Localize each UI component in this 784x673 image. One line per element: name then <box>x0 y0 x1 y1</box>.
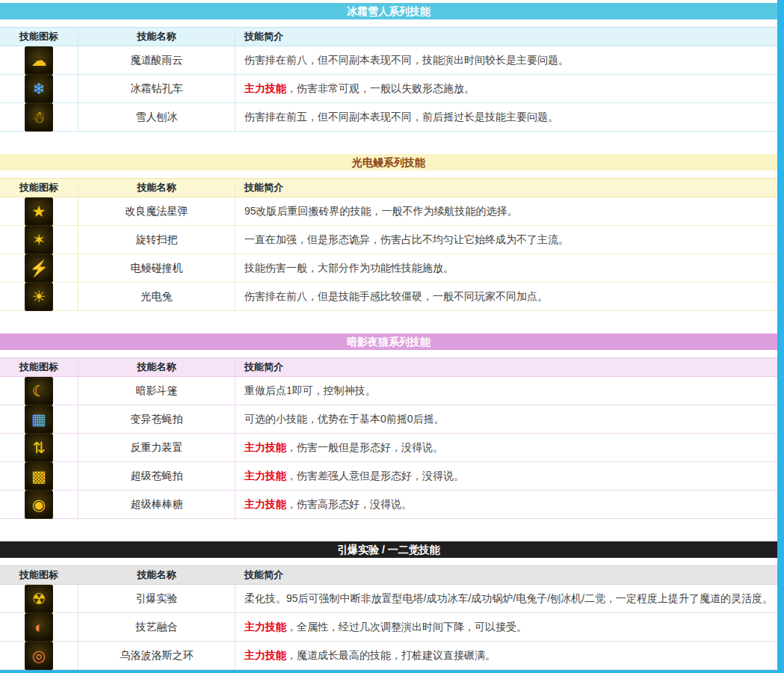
super-fly-swatter-icon: ▩ <box>25 462 53 491</box>
skill-name: 魔道酸雨云 <box>78 46 235 74</box>
skill-desc: 主力技能，魔道成长最高的技能，打桩建议直接碾满。 <box>235 642 777 669</box>
table-row: ❄ 冰霜钻孔车 主力技能，伤害非常可观，一般以失败形态施放。 <box>0 75 777 103</box>
table-row: ◉ 超级棒棒糖 主力技能，伤害高形态好，没得说。 <box>0 491 777 519</box>
table-row: ◎ 乌洛波洛斯之环 主力技能，魔道成长最高的技能，打桩建议直接碾满。 <box>0 642 777 670</box>
photon-bunny-icon: ☀ <box>25 283 53 311</box>
main-skill-tag: 主力技能 <box>244 649 286 661</box>
skill-desc: 可选的小技能，优势在于基本0前摇0后摇。 <box>235 405 777 433</box>
table-header-row: 技能图标 技能名称 技能简介 <box>0 178 777 197</box>
column-header-skill-icon: 技能图标 <box>0 358 78 376</box>
column-header-skill-name: 技能名称 <box>78 566 235 584</box>
table-row: ☢ 引爆实验 柔化技。95后可强制中断非放置型电塔/成功冰车/成功锅炉/电兔子/… <box>0 585 777 613</box>
column-header-skill-desc: 技能简介 <box>235 566 777 584</box>
table-row: ⚡ 电鳗碰撞机 技能伤害一般，大部分作为功能性技能施放。 <box>0 254 777 283</box>
table-row: ☾ 暗影斗篷 重做后点1即可，控制神技。 <box>0 377 777 405</box>
skill-name: 乌洛波洛斯之环 <box>78 642 235 669</box>
section-title: 冰霜雪人系列技能 <box>0 3 777 19</box>
skill-desc: 重做后点1即可，控制神技。 <box>235 377 777 405</box>
table-row: ◐ 技艺融合 主力技能，全属性，经过几次调整演出时间下降，可以接受。 <box>0 613 777 642</box>
eel-collider-icon: ⚡ <box>25 254 53 283</box>
table-header-row: 技能图标 技能名称 技能简介 <box>0 357 777 377</box>
column-header-skill-name: 技能名称 <box>78 28 235 46</box>
shadow-cloak-icon: ☾ <box>25 377 53 405</box>
column-header-skill-icon: 技能图标 <box>0 28 78 46</box>
section-title: 引爆实验 / 一二觉技能 <box>0 541 777 558</box>
table-header-row: 技能图标 技能名称 技能简介 <box>0 565 777 585</box>
main-skill-tag: 主力技能 <box>244 621 286 633</box>
skill-desc: 伤害排在前五，但不同副本表现不同，前后摇过长是技能主要问题。 <box>235 103 777 131</box>
skill-desc: 主力技能，伤害一般但是形态好，没得说。 <box>235 434 777 461</box>
table-row: ☃ 雪人刨冰 伤害排在前五，但不同副本表现不同，前后摇过长是技能主要问题。 <box>0 103 777 132</box>
skill-name: 引爆实验 <box>78 585 235 612</box>
skill-name: 电鳗碰撞机 <box>78 254 235 282</box>
frost-drill-car-icon: ❄ <box>25 75 53 103</box>
skill-name: 反重力装置 <box>78 434 235 461</box>
table-header-row: 技能图标 技能名称 技能简介 <box>0 27 777 46</box>
section-title: 光电鳗系列技能 <box>0 154 777 170</box>
main-skill-tag: 主力技能 <box>244 441 286 453</box>
acid-rain-cloud-icon: ☁ <box>25 46 53 75</box>
skill-desc: 主力技能，伤害非常可观，一般以失败形态施放。 <box>235 75 777 102</box>
skill-guide-page: 冰霜雪人系列技能 技能图标 技能名称 技能简介 ☁ 魔道酸雨云 伤害排在前八，但… <box>0 0 777 670</box>
snowman-shaved-ice-icon: ☃ <box>25 103 53 132</box>
column-header-skill-desc: 技能简介 <box>235 358 777 376</box>
skill-desc: 主力技能，伤害差强人意但是形态好，没得说。 <box>235 462 777 490</box>
spinning-broom-icon: ✶ <box>25 226 53 254</box>
main-skill-tag: 主力技能 <box>244 82 286 94</box>
table-row: ★ 改良魔法星弹 95改版后重回搬砖界的技能，一般不作为续航技能的选择。 <box>0 197 777 226</box>
column-header-skill-desc: 技能简介 <box>235 28 777 46</box>
skill-desc: 一直在加强，但是形态诡异，伤害占比不均匀让它始终成为不了主流。 <box>235 226 777 253</box>
skill-name: 超级苍蝇拍 <box>78 462 235 490</box>
table-row: ✶ 旋转扫把 一直在加强，但是形态诡异，伤害占比不均匀让它始终成为不了主流。 <box>0 226 777 254</box>
table-row: ☁ 魔道酸雨云 伤害排在前八，但不同副本表现不同，技能演出时间较长是主要问题。 <box>0 46 777 75</box>
table-row: ☀ 光电兔 伤害排在前八，但是技能手感比较僵硬，一般不同玩家不同加点。 <box>0 283 777 311</box>
skill-name: 技艺融合 <box>78 613 235 641</box>
skill-name: 超级棒棒糖 <box>78 491 235 518</box>
skill-desc: 主力技能，全属性，经过几次调整演出时间下降，可以接受。 <box>235 613 777 641</box>
section-title: 暗影夜猫系列技能 <box>0 334 777 350</box>
skill-name: 冰霜钻孔车 <box>78 75 235 102</box>
skill-desc: 技能伤害一般，大部分作为功能性技能施放。 <box>235 254 777 282</box>
super-lollipop-icon: ◉ <box>25 491 53 519</box>
section-awakening: 引爆实验 / 一二觉技能 技能图标 技能名称 技能简介 ☢ 引爆实验 柔化技。9… <box>0 541 777 670</box>
section-electric-eel: 光电鳗系列技能 技能图标 技能名称 技能简介 ★ 改良魔法星弹 95改版后重回搬… <box>0 154 777 311</box>
page-edge-strip-bottom <box>0 670 784 673</box>
mutant-fly-swatter-icon: ▦ <box>25 405 53 434</box>
magic-star-bullet-icon: ★ <box>25 197 53 226</box>
main-skill-tag: 主力技能 <box>244 498 286 510</box>
section-frost-snowman: 冰霜雪人系列技能 技能图标 技能名称 技能简介 ☁ 魔道酸雨云 伤害排在前八，但… <box>0 3 777 132</box>
skill-name: 暗影斗篷 <box>78 377 235 405</box>
detonation-experiment-icon: ☢ <box>25 585 53 613</box>
skill-desc: 伤害排在前八，但不同副本表现不同，技能演出时间较长是主要问题。 <box>235 46 777 74</box>
column-header-skill-name: 技能名称 <box>78 358 235 376</box>
skill-desc: 柔化技。95后可强制中断非放置型电塔/成功冰车/成功锅炉/电兔子/刨冰机/二觉，… <box>235 585 777 612</box>
column-header-skill-name: 技能名称 <box>78 179 235 197</box>
skill-name: 雪人刨冰 <box>78 103 235 131</box>
table-row: ▩ 超级苍蝇拍 主力技能，伤害差强人意但是形态好，没得说。 <box>0 462 777 491</box>
column-header-skill-icon: 技能图标 <box>0 179 78 197</box>
skill-desc: 主力技能，伤害高形态好，没得说。 <box>235 491 777 518</box>
skill-name: 旋转扫把 <box>78 226 235 253</box>
skill-name: 改良魔法星弹 <box>78 197 235 225</box>
anti-gravity-device-icon: ⇅ <box>25 434 53 462</box>
section-shadow-cat: 暗影夜猫系列技能 技能图标 技能名称 技能简介 ☾ 暗影斗篷 重做后点1即可，控… <box>0 334 777 519</box>
art-fusion-icon: ◐ <box>25 613 53 642</box>
skill-desc: 95改版后重回搬砖界的技能，一般不作为续航技能的选择。 <box>235 197 777 225</box>
main-skill-tag: 主力技能 <box>244 470 286 482</box>
ouroboros-ring-icon: ◎ <box>25 642 53 670</box>
skill-desc: 伤害排在前八，但是技能手感比较僵硬，一般不同玩家不同加点。 <box>235 283 777 310</box>
column-header-skill-desc: 技能简介 <box>235 179 777 197</box>
skill-name: 变异苍蝇拍 <box>78 405 235 433</box>
table-row: ⇅ 反重力装置 主力技能，伤害一般但是形态好，没得说。 <box>0 434 777 462</box>
skill-name: 光电兔 <box>78 283 235 310</box>
page-edge-strip-right <box>777 0 784 673</box>
column-header-skill-icon: 技能图标 <box>0 566 78 584</box>
table-row: ▦ 变异苍蝇拍 可选的小技能，优势在于基本0前摇0后摇。 <box>0 405 777 434</box>
